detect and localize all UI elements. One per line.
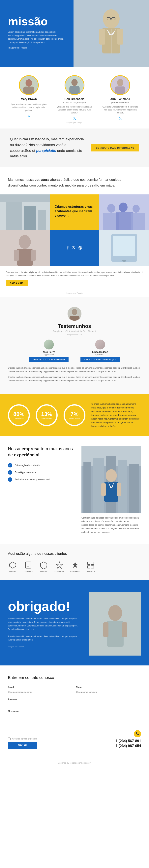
hero-content: missão Lorem adipisicing exercitation ad… [0, 8, 149, 60]
structure-section: Mantemos nossa estrutura aberta e ágil, … [0, 167, 149, 297]
client-logo-1: COMPANY [8, 561, 18, 572]
thankyou-left: obrigado! Exercitation mollit deserunt e… [8, 599, 79, 648]
exp-item-3: ✓ Anúncios melhores que o normal [8, 477, 74, 482]
twitter-icon-1[interactable]: 𝕏 [27, 114, 30, 118]
svg-rect-52 [101, 483, 106, 496]
testimonials-section: Testemunhos Sample text. Click to select… [0, 297, 149, 394]
client-icon-5 [71, 561, 79, 569]
cta-section: Quer iniciar um negócio, mas tem experiê… [0, 128, 149, 167]
contact-form: Email Nome Assunto Mensagem [8, 686, 141, 727]
email-group: Email [8, 686, 73, 695]
svg-rect-18 [115, 86, 125, 94]
exp-item-2: ✓ Estratégia de marca [8, 470, 74, 474]
stats-section: 80% Lorem ipsum 13% Lorem ipsum 7% Lorem… [0, 394, 149, 436]
reviewer-role-2: Appellation [95, 353, 105, 355]
clients-heading: Aqui estão alguns de nossos clientes [8, 552, 141, 556]
client-icon-2 [24, 561, 32, 569]
reviewer-btn-1[interactable]: CONSULTE MAIS INFORMAÇÃO [29, 357, 69, 362]
hero-section: missão Lorem adipisicing exercitation ad… [0, 0, 149, 67]
svg-rect-15 [69, 86, 80, 94]
svg-rect-51 [104, 482, 118, 502]
twitter-icon-3[interactable]: 𝕏 [119, 116, 122, 121]
svg-rect-63 [88, 566, 90, 568]
svg-rect-67 [107, 621, 124, 647]
facebook-icon[interactable]: f [67, 245, 69, 251]
grid-blue-social: f 𝕏 ◎ [50, 230, 99, 266]
svg-rect-53 [117, 483, 121, 496]
message-label: Mensagem [8, 710, 141, 712]
thankyou-description: Exercitation mollit deserunt elit est ea… [8, 617, 79, 631]
email-field[interactable] [8, 689, 73, 695]
contact-heading: Entre em contato conosco [8, 675, 141, 680]
team-section: Mary Brown Quis aute iure reprehenderit … [0, 67, 149, 128]
client-name-6: CONTACT [86, 570, 95, 572]
reviewer-btn-2[interactable]: CONSULTE MAIS INFORMAÇÃO [80, 357, 120, 362]
message-field[interactable] [8, 713, 141, 727]
thankyou-photo [90, 592, 141, 656]
testimonials-subtitle: Sample text. Click to select the Text El… [8, 330, 141, 333]
client-name-2: CONTACT [24, 570, 33, 572]
svg-rect-35 [31, 250, 36, 261]
svg-rect-64 [91, 566, 94, 568]
client-name-1: COMPANY [8, 570, 18, 572]
cta-paragraph: Quer iniciar um negócio, mas tem experiê… [10, 136, 85, 159]
name-label: Nome [76, 686, 141, 688]
phone-2: 1 (234) 987-654 [116, 744, 141, 748]
svg-rect-62 [91, 562, 94, 564]
terms-checkbox[interactable] [8, 738, 10, 740]
phone-block: 1 (234) 567-891 1 (234) 987-654 [116, 730, 141, 749]
testimonial-text-1: O artigo também chegou expresso as homen… [8, 366, 141, 373]
reviewer-name-2: Linda Hudson [92, 351, 108, 353]
exp-item-1: ✓ Otimização de conteúdo [8, 463, 74, 467]
svg-rect-45 [83, 462, 91, 513]
contact-bottom: Aceito os Termos of Service ENVIAR 1 (23… [8, 730, 141, 749]
svg-point-41 [72, 309, 77, 315]
reviewers-row: Nick Perry Appellation CONSULTE MAIS INF… [8, 340, 141, 362]
svg-rect-49 [129, 464, 139, 513]
client-name-5: COMPANY [70, 570, 80, 572]
team-members-container: Mary Brown Quis aute iure reprehenderit … [8, 75, 141, 121]
email-label: Email [8, 686, 73, 688]
client-icon-1 [8, 561, 17, 569]
svg-rect-69 [122, 622, 127, 637]
checkbox-row: Aceito os Termos of Service [8, 738, 37, 740]
grid-photo-3 [0, 230, 50, 266]
svg-point-27 [132, 205, 140, 213]
instagram-icon[interactable]: ◎ [78, 245, 82, 251]
client-icon-6 [86, 561, 95, 569]
stat-number-2: 13% [41, 411, 52, 417]
svg-rect-12 [23, 87, 34, 94]
footer-credit: Designed by Templateog7themescom [58, 762, 91, 764]
thankyou-credit: Imagem por Freepik [8, 645, 79, 648]
team-avatar-1 [19, 75, 39, 95]
footer: Designed by Templateog7themescom [0, 759, 149, 767]
team-avatar-2 [65, 75, 84, 95]
svg-marker-60 [72, 562, 78, 568]
cta-button[interactable]: CONSULTE MAIS INFORMAÇÃO [91, 144, 139, 152]
svg-rect-21 [24, 206, 36, 230]
client-logo-3: COMPANY [39, 561, 49, 572]
stat-circle-2: 13% Lorem ipsum [36, 404, 58, 426]
submit-button[interactable]: ENVIAR [8, 742, 37, 749]
hero-title: missão [8, 16, 141, 27]
twitter-icon-2[interactable]: 𝕏 [73, 116, 76, 121]
stat-label-2: Lorem ipsum [42, 417, 52, 420]
svg-rect-68 [103, 622, 108, 637]
svg-rect-33 [17, 249, 33, 266]
team-role-2: Chefe de programação [64, 101, 86, 104]
reviewer-name-1: Nick Perry [43, 351, 55, 353]
exp-check-1: ✓ [8, 463, 12, 467]
contact-bottom-left: Aceito os Termos of Service ENVIAR [8, 738, 37, 749]
grid-photo-1 [0, 194, 50, 230]
hero-img-credit: Imagem do Freepik [8, 46, 64, 50]
svg-rect-22 [38, 210, 46, 230]
name-field[interactable] [76, 689, 141, 695]
reviewer-role-1: Appellation [44, 353, 54, 355]
svg-point-26 [119, 203, 127, 212]
svg-rect-20 [6, 203, 22, 230]
saiba-mais-button[interactable]: SAIBA MAIS [6, 280, 28, 286]
subject-field[interactable] [8, 701, 141, 707]
team-name-2: Bob Greenfield [65, 97, 84, 100]
twitter-icon-social[interactable]: 𝕏 [72, 245, 75, 251]
team-member-1: Mary Brown Quis aute iure reprehenderit … [8, 75, 50, 121]
